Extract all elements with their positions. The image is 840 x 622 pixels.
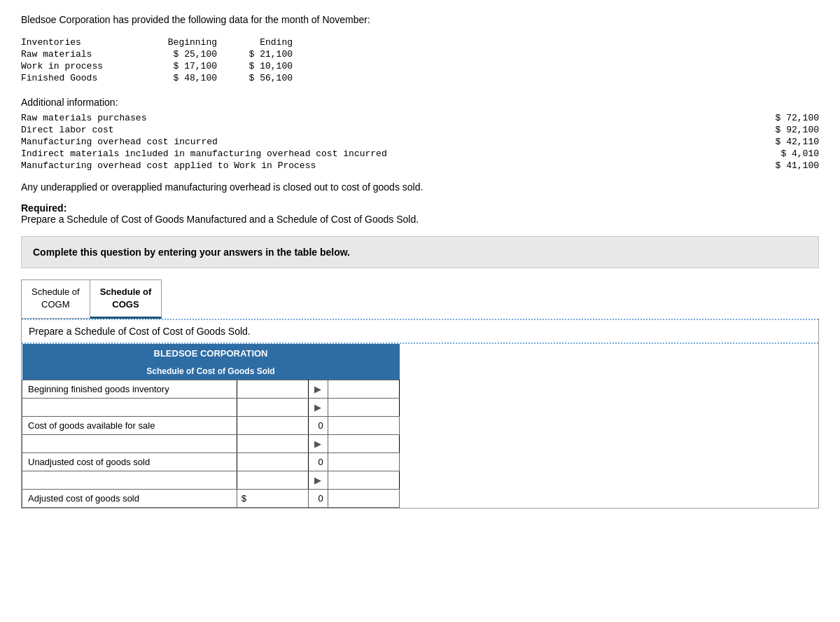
inventory-row-2-label: Finished Goods (21, 72, 161, 84)
row-5-input2[interactable] (328, 471, 399, 490)
schedule-table-wrapper: BLEDSOE CORPORATION Schedule of Cost of … (22, 344, 400, 508)
tab-cogm[interactable]: Schedule of COGM (21, 279, 90, 319)
row-2-total: 0 (309, 417, 328, 435)
required-label: Required: (21, 202, 66, 214)
additional-info-label: Additional information: (21, 97, 819, 108)
table-row: Beginning finished goods inventory ▶ (22, 380, 400, 399)
row-6-dollar: $ (237, 490, 308, 508)
row-6-total: 0 (309, 490, 328, 508)
schedule-company: BLEDSOE CORPORATION (22, 344, 400, 363)
row-3-input1-field[interactable] (237, 436, 308, 452)
row-1-input1[interactable] (237, 399, 308, 417)
required-text: Prepare a Schedule of Cost of Goods Manu… (21, 214, 419, 225)
required-section: Required: Prepare a Schedule of Cost of … (21, 202, 819, 225)
note-text: Any underapplied or overapplied manufact… (21, 181, 819, 193)
tab-cogs[interactable]: Schedule of COGS (90, 279, 162, 319)
schedule-title: Schedule of Cost of Goods Sold (22, 363, 400, 380)
inventory-row-0-ending: $ 21,100 (231, 48, 301, 60)
row-0-input1-field[interactable] (237, 381, 308, 397)
instruction-box: Complete this question by entering your … (21, 236, 819, 268)
row-0-arrow: ▶ (309, 380, 328, 399)
inventory-row-1-beginning: $ 17,100 (161, 60, 231, 72)
additional-row-3-desc: Indirect materials included in manufactu… (21, 148, 659, 160)
row-3-input2[interactable] (328, 435, 399, 453)
inventory-col-header-ending: Ending (231, 36, 301, 48)
additional-row-2-desc: Manufacturing overhead cost incurred (21, 136, 659, 148)
row-3-input2-field[interactable] (328, 436, 399, 452)
inventory-table: Inventories Beginning Ending Raw materia… (21, 36, 301, 84)
table-row: ▶ (22, 471, 400, 490)
inventory-col-header-beginning: Beginning (161, 36, 231, 48)
table-row: ▶ (22, 435, 400, 453)
inventory-row-2-ending: $ 56,100 (231, 72, 301, 84)
inventory-row-2-beginning: $ 48,100 (161, 72, 231, 84)
row-3-arrow: ▶ (309, 435, 328, 453)
inventory-row-0-label: Raw materials (21, 48, 161, 60)
table-row: Cost of goods available for sale 0 (22, 417, 400, 435)
row-2-input1[interactable] (237, 417, 308, 435)
row-4-total: 0 (309, 453, 328, 471)
row-4-input1-field[interactable] (237, 454, 308, 470)
row-1-input2-field[interactable] (328, 399, 399, 415)
additional-row-4-desc: Manufacturing overhead cost applied to W… (21, 160, 659, 172)
additional-row-3-val: $ 4,010 (659, 148, 819, 160)
row-2-input1-field[interactable] (237, 417, 308, 434)
table-row: ▶ (22, 399, 400, 417)
row-5-input1-field[interactable] (237, 472, 308, 488)
row-0-input2[interactable] (328, 380, 399, 399)
tabs-container: Schedule of COGM Schedule of COGS (21, 279, 819, 319)
row-0-input1[interactable] (237, 380, 308, 399)
row-5-arrow: ▶ (309, 471, 328, 490)
row-4-label: Unadjusted cost of goods sold (22, 453, 237, 471)
row-1-label (22, 399, 237, 417)
inventory-col-header-label: Inventories (21, 36, 161, 48)
row-1-input1-field[interactable] (237, 399, 308, 415)
inventory-row-1-ending: $ 10,100 (231, 60, 301, 72)
additional-row-4-val: $ 41,100 (659, 160, 819, 172)
row-0-label: Beginning finished goods inventory (22, 380, 237, 399)
row-2-label: Cost of goods available for sale (22, 417, 237, 435)
row-5-input1[interactable] (237, 471, 308, 490)
row-3-input1[interactable] (237, 435, 308, 453)
schedule-table: BLEDSOE CORPORATION Schedule of Cost of … (22, 344, 400, 508)
row-6-label: Adjusted cost of goods sold (22, 490, 237, 508)
row-1-arrow: ▶ (309, 399, 328, 417)
row-3-label (22, 435, 237, 453)
table-row: Adjusted cost of goods sold $ 0 (22, 490, 400, 508)
additional-row-2-val: $ 42,110 (659, 136, 819, 148)
row-5-label (22, 471, 237, 490)
additional-info-table: Raw materials purchases $ 72,100 Direct … (21, 112, 819, 172)
additional-row-0-val: $ 72,100 (659, 112, 819, 124)
inventory-row-1-label: Work in process (21, 60, 161, 72)
intro-text: Bledsoe Corporation has provided the fol… (21, 14, 819, 25)
inventory-row-0-beginning: $ 25,100 (161, 48, 231, 60)
additional-row-0-desc: Raw materials purchases (21, 112, 659, 124)
additional-row-1-desc: Direct labor cost (21, 124, 659, 136)
row-1-input2[interactable] (328, 399, 399, 417)
table-row: Unadjusted cost of goods sold 0 (22, 453, 400, 471)
prepare-label: Prepare a Schedule of Cost of Cost of Go… (22, 319, 818, 344)
row-0-input2-field[interactable] (328, 381, 399, 397)
row-4-input1[interactable] (237, 453, 308, 471)
row-4-spacer (328, 453, 399, 471)
row-2-spacer (328, 417, 399, 435)
additional-row-1-val: $ 92,100 (659, 124, 819, 136)
row-6-spacer (328, 490, 399, 508)
row-5-input2-field[interactable] (328, 472, 399, 488)
tab-content: Prepare a Schedule of Cost of Cost of Go… (21, 319, 819, 509)
